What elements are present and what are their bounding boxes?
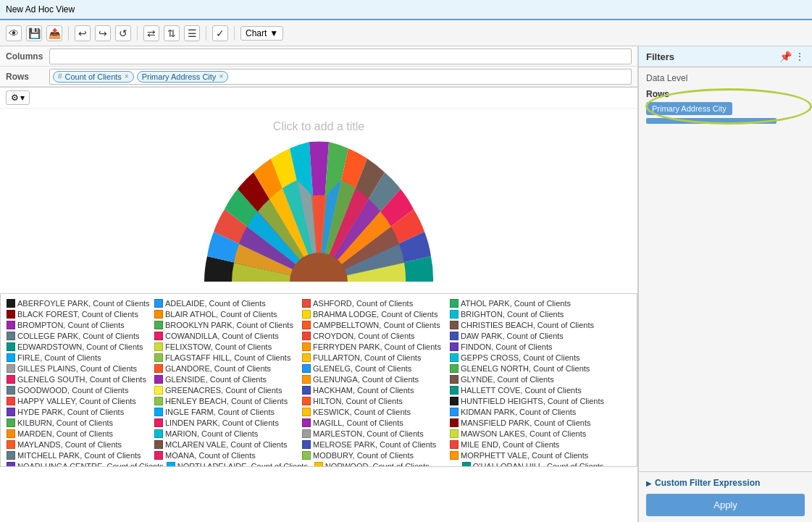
custom-filter-expand-icon[interactable]: ▶ bbox=[646, 479, 652, 487]
chart-canvas: Click to add a title bbox=[0, 109, 637, 522]
legend-item: GOODWOOD, Count of Clients bbox=[7, 385, 151, 395]
legend-item: KIDMAN PARK, Count of Clients bbox=[450, 407, 595, 417]
legend-swatch bbox=[154, 342, 163, 351]
chart-title[interactable]: Click to add a title bbox=[273, 120, 364, 133]
undo-icon[interactable]: ↩ bbox=[75, 25, 91, 41]
address-city-pill[interactable]: Primary Address City × bbox=[137, 71, 229, 83]
legend-label: EDWARDSTOWN, Count of Clients bbox=[17, 342, 143, 351]
separator-1 bbox=[68, 26, 69, 41]
legend-label: O'HALLORAN HILL, Count of Clients bbox=[473, 462, 604, 467]
settings-row: ⚙ ▾ bbox=[0, 88, 637, 109]
redo-icon[interactable]: ↪ bbox=[95, 25, 111, 41]
count-clients-pill-remove[interactable]: × bbox=[125, 72, 129, 80]
legend-item: MARLESTON, Count of Clients bbox=[302, 429, 447, 439]
rows-filter-section: Rows Primary Address City bbox=[639, 86, 812, 132]
filter-panel-menu-icon[interactable]: ⋮ bbox=[795, 51, 805, 62]
legend-label: COLLEGE PARK, Count of Clients bbox=[17, 332, 140, 340]
legend-swatch bbox=[450, 386, 459, 395]
columns-drop-zone[interactable] bbox=[49, 49, 632, 64]
legend-item: GREENACRES, Count of Clients bbox=[154, 385, 299, 395]
legend-item: MODBURY, Count of Clients bbox=[302, 450, 447, 460]
legend-swatch bbox=[7, 375, 15, 384]
legend-item: HACKHAM, Count of Clients bbox=[302, 385, 447, 395]
legend-label: CAMPBELLTOWN, Count of Clients bbox=[313, 321, 440, 329]
legend-label: MANSFIELD PARK, Count of Clients bbox=[461, 418, 591, 427]
legend-swatch bbox=[302, 375, 311, 384]
legend-label: FLAGSTAFF HILL, Count of Clients bbox=[165, 353, 290, 362]
legend-swatch bbox=[302, 451, 311, 460]
separator-2 bbox=[137, 26, 138, 41]
legend-swatch bbox=[154, 321, 163, 329]
filter-lines-icon[interactable]: ☰ bbox=[184, 25, 200, 41]
legend-label: GREENACRES, Count of Clients bbox=[165, 386, 282, 395]
rows-drop-zone[interactable]: # Count of Clients × Primary Address Cit… bbox=[49, 69, 632, 85]
filter-panel: Filters 📌 ⋮ Data Level Rows Primary Addr… bbox=[638, 46, 812, 522]
legend-item: GLANDORE, Count of Clients bbox=[154, 363, 299, 374]
legend-swatch bbox=[302, 321, 311, 329]
legend-label: KILBURN, Count of Clients bbox=[17, 418, 113, 427]
legend-swatch bbox=[7, 386, 15, 395]
legend-label: HENLEY BEACH, Count of Clients bbox=[165, 397, 288, 405]
legend-label: ADELAIDE, Count of Clients bbox=[165, 299, 266, 308]
reset-icon[interactable]: ↺ bbox=[115, 25, 131, 41]
legend-item: GILLES PLAINS, Count of Clients bbox=[7, 363, 151, 374]
address-city-pill-remove[interactable]: × bbox=[219, 72, 223, 80]
legend-item: BROOKLYN PARK, Count of Clients bbox=[154, 320, 299, 330]
legend-item: INGLE FARM, Count of Clients bbox=[154, 407, 299, 417]
rows-filter-field-pill[interactable]: Primary Address City bbox=[646, 102, 732, 115]
content-area: Columns Rows # Count of Clients × Primar… bbox=[0, 46, 638, 522]
apply-button[interactable]: Apply bbox=[646, 494, 805, 516]
check-icon[interactable]: ✓ bbox=[212, 25, 228, 41]
settings-gear-button[interactable]: ⚙ ▾ bbox=[6, 90, 30, 105]
legend-item: HUNTFIELD HEIGHTS, Count of Clients bbox=[450, 396, 604, 406]
legend-item: MELROSE PARK, Count of Clients bbox=[302, 439, 447, 450]
legend-item: NORTH ADELAIDE, Count of Clients bbox=[167, 461, 311, 467]
legend-item: EDWARDSTOWN, Count of Clients bbox=[7, 342, 151, 352]
legend-area: ABERFOYLE PARK, Count of ClientsADELAIDE… bbox=[0, 293, 637, 467]
legend-label: BROOKLYN PARK, Count of Clients bbox=[165, 321, 293, 329]
legend-label: MAWSON LAKES, Count of Clients bbox=[461, 429, 586, 438]
legend-swatch bbox=[154, 429, 163, 438]
sort-icon[interactable]: ⇅ bbox=[164, 25, 180, 41]
legend-swatch bbox=[302, 364, 311, 373]
legend-item: MAGILL, Count of Clients bbox=[302, 418, 447, 428]
save-icon[interactable]: 💾 bbox=[26, 25, 42, 41]
view-icon[interactable]: 👁 bbox=[6, 25, 22, 41]
legend-label: GLENELG NORTH, Count of Clients bbox=[461, 364, 590, 373]
legend-item: GLENUNGA, Count of Clients bbox=[302, 374, 447, 384]
gear-icon: ⚙ bbox=[11, 93, 19, 103]
count-clients-pill[interactable]: # Count of Clients × bbox=[53, 71, 134, 83]
legend-label: DAW PARK, Count of Clients bbox=[461, 332, 564, 340]
legend-swatch bbox=[450, 451, 459, 460]
legend-label: FULLARTON, Count of Clients bbox=[313, 353, 421, 362]
legend-swatch bbox=[302, 418, 311, 427]
legend-swatch bbox=[7, 440, 15, 449]
legend-swatch bbox=[302, 408, 311, 416]
legend-item: KILBURN, Count of Clients bbox=[7, 418, 151, 428]
legend-swatch bbox=[302, 429, 311, 438]
legend-swatch bbox=[7, 321, 15, 329]
columns-label: Columns bbox=[6, 51, 49, 62]
legend-swatch bbox=[7, 332, 15, 340]
legend-label: GLENUNGA, Count of Clients bbox=[313, 375, 419, 384]
switch-icon[interactable]: ⇄ bbox=[143, 25, 159, 41]
legend-swatch bbox=[154, 299, 163, 308]
chart-type-select[interactable]: Chart ▼ bbox=[240, 26, 283, 41]
filter-panel-pin-icon[interactable]: 📌 bbox=[779, 51, 792, 62]
custom-filter-label[interactable]: Custom Filter Expression bbox=[655, 478, 760, 488]
export-icon[interactable]: 📤 bbox=[46, 25, 62, 41]
legend-label: NORWOOD, Count of Clients bbox=[325, 462, 430, 467]
legend-swatch bbox=[154, 440, 163, 449]
legend-item: BROMPTON, Count of Clients bbox=[7, 320, 151, 330]
legend-swatch bbox=[302, 440, 311, 449]
custom-filter-header: ▶ Custom Filter Expression bbox=[646, 478, 805, 488]
legend-item: FIRLE, Count of Clients bbox=[7, 353, 151, 363]
legend-item: FLAGSTAFF HILL, Count of Clients bbox=[154, 353, 299, 363]
legend-label: KESWICK, Count of Clients bbox=[313, 408, 411, 416]
legend-label: BRIGHTON, Count of Clients bbox=[461, 310, 564, 319]
legend-item: NOARLUNGA CENTRE, Count of Clients bbox=[7, 461, 164, 467]
legend-label: GILLES PLAINS, Count of Clients bbox=[17, 364, 137, 373]
legend-swatch bbox=[450, 364, 459, 373]
legend-item: CHRISTIES BEACH, Count of Clients bbox=[450, 320, 595, 330]
legend-label: GLENELG SOUTH, Count of Clients bbox=[17, 375, 146, 384]
